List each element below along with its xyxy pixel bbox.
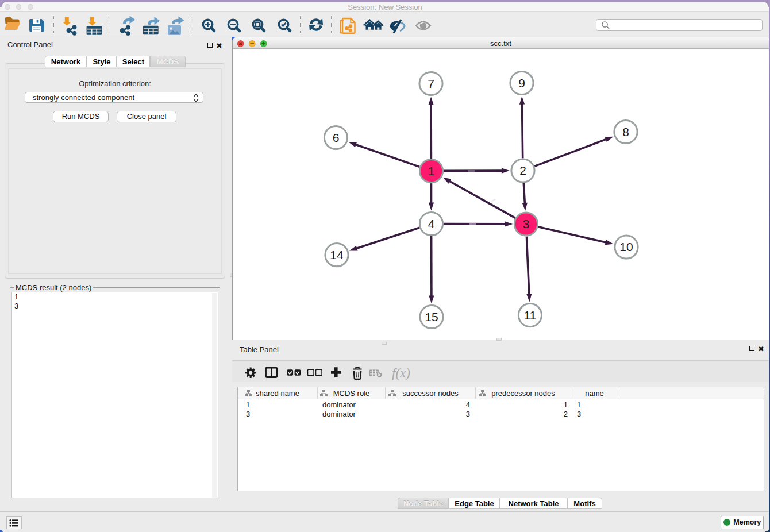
svg-text:3: 3	[523, 217, 530, 230]
svg-text:14: 14	[330, 248, 344, 261]
svg-text:6: 6	[333, 131, 340, 144]
svg-text:f(x): f(x)	[392, 366, 410, 380]
svg-text:7: 7	[428, 77, 434, 90]
svg-text:4: 4	[428, 217, 435, 230]
svg-text:9: 9	[518, 76, 525, 90]
svg-text:11: 11	[523, 309, 536, 322]
svg-text:15: 15	[425, 310, 438, 323]
svg-text:10: 10	[619, 240, 633, 253]
svg-text:2: 2	[519, 164, 526, 177]
svg-text:1: 1	[428, 164, 435, 178]
svg-text:8: 8	[622, 125, 629, 138]
